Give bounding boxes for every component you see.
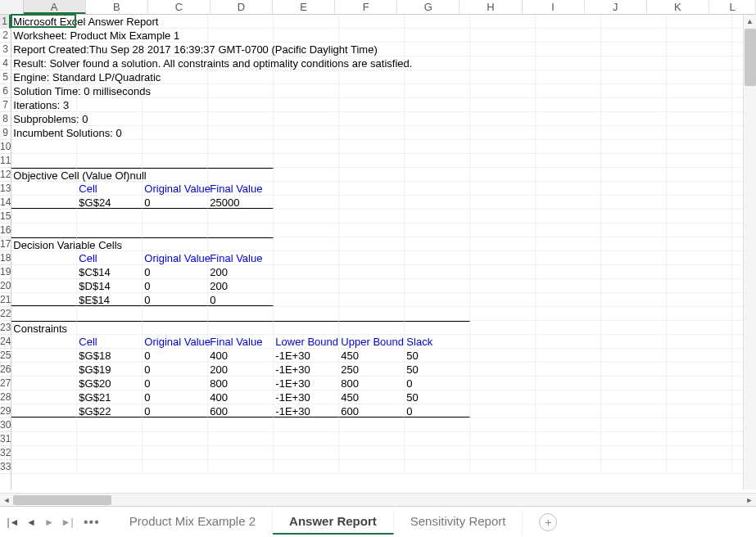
cell[interactable]	[470, 404, 536, 417]
cell[interactable]	[536, 154, 601, 167]
cell[interactable]	[339, 154, 405, 167]
cell[interactable]	[601, 29, 667, 42]
cell[interactable]	[405, 84, 470, 97]
cell[interactable]	[601, 84, 667, 97]
cell[interactable]: -1E+30	[274, 404, 339, 417]
cell[interactable]	[536, 29, 601, 42]
cell[interactable]	[208, 29, 274, 42]
cell[interactable]	[667, 126, 732, 139]
cell[interactable]	[208, 154, 274, 167]
cell[interactable]	[405, 126, 470, 139]
row-header-30[interactable]: 30	[0, 418, 11, 432]
cell[interactable]	[339, 251, 405, 264]
cell[interactable]	[470, 265, 536, 278]
cell[interactable]	[470, 377, 536, 390]
cell[interactable]	[405, 168, 470, 181]
cell[interactable]	[208, 223, 274, 237]
cell[interactable]	[208, 210, 274, 223]
row-header-16[interactable]: 16	[0, 223, 11, 237]
row-header-29[interactable]: 29	[0, 404, 11, 418]
cell[interactable]	[143, 432, 208, 445]
cell[interactable]: Worksheet: Product Mix Example 1	[11, 29, 77, 42]
cell[interactable]	[339, 279, 405, 292]
cell[interactable]	[667, 335, 732, 348]
cell[interactable]	[208, 98, 274, 111]
cell[interactable]: 200	[208, 363, 274, 376]
row-header-14[interactable]: 14	[0, 196, 11, 210]
cell[interactable]: $G$18	[77, 349, 143, 362]
cell[interactable]	[601, 182, 667, 195]
tab-first-icon[interactable]: |◄	[7, 517, 20, 528]
cell[interactable]	[601, 279, 667, 292]
cell[interactable]: -1E+30	[274, 390, 339, 404]
cell[interactable]	[536, 70, 601, 83]
row-header-23[interactable]: 23	[0, 321, 11, 335]
col-header-A[interactable]: A	[24, 0, 86, 14]
cell[interactable]: 0	[143, 404, 208, 417]
cell[interactable]: $G$19	[77, 363, 143, 376]
cell[interactable]	[274, 168, 339, 181]
cell[interactable]	[11, 335, 77, 348]
cell[interactable]	[339, 293, 405, 306]
cell[interactable]	[470, 293, 536, 306]
cell[interactable]	[11, 196, 77, 209]
cell[interactable]: 600	[339, 404, 405, 417]
cell[interactable]	[274, 126, 339, 139]
cell[interactable]	[536, 418, 601, 431]
cell[interactable]	[274, 112, 339, 125]
cell[interactable]	[77, 210, 143, 223]
cell[interactable]: 0	[143, 265, 208, 278]
cell[interactable]	[470, 363, 536, 376]
col-header-L[interactable]: L	[709, 0, 756, 14]
cell[interactable]	[339, 112, 405, 125]
row-header-33[interactable]: 33	[0, 460, 11, 474]
cell[interactable]: Solution Time: 0 milliseconds	[11, 84, 77, 97]
row-header-20[interactable]: 20	[0, 279, 11, 293]
cell[interactable]	[405, 29, 470, 42]
cell[interactable]	[208, 446, 274, 459]
cell[interactable]	[601, 293, 667, 306]
cell[interactable]	[208, 140, 274, 153]
cell[interactable]	[274, 418, 339, 431]
cell[interactable]: 0	[143, 293, 208, 306]
cell[interactable]: 0	[405, 404, 470, 417]
cell[interactable]	[470, 182, 536, 195]
cell[interactable]: Lower Bound	[274, 335, 339, 348]
cell[interactable]	[667, 390, 732, 404]
cell[interactable]	[339, 196, 405, 209]
col-header-C[interactable]: C	[148, 0, 211, 14]
cell[interactable]: Upper Bound	[339, 335, 405, 348]
row-header-13[interactable]: 13	[0, 182, 11, 196]
cell[interactable]	[667, 70, 732, 83]
cell[interactable]	[667, 237, 732, 250]
cell[interactable]	[208, 432, 274, 445]
cell[interactable]	[601, 432, 667, 445]
cell[interactable]: $E$14	[77, 293, 143, 306]
cell[interactable]	[405, 70, 470, 83]
cell[interactable]	[339, 460, 405, 473]
cell[interactable]	[208, 70, 274, 83]
cell[interactable]	[405, 418, 470, 431]
cell[interactable]	[470, 15, 536, 28]
cell[interactable]	[667, 251, 732, 264]
cell[interactable]	[470, 307, 536, 320]
cell[interactable]: Iterations: 3	[11, 98, 77, 111]
row-header-2[interactable]: 2	[0, 29, 11, 43]
cell[interactable]	[405, 223, 470, 237]
cell[interactable]	[274, 223, 339, 237]
cell[interactable]	[536, 237, 601, 250]
vertical-scrollbar[interactable]: ▲	[743, 15, 756, 490]
cell[interactable]	[470, 418, 536, 431]
cell[interactable]: Slack	[405, 335, 470, 348]
cell[interactable]: 25000	[208, 196, 274, 209]
cell[interactable]	[274, 432, 339, 445]
cell[interactable]	[470, 196, 536, 209]
cell[interactable]	[339, 418, 405, 431]
cell[interactable]	[667, 293, 732, 306]
cell[interactable]	[601, 418, 667, 431]
cell[interactable]	[77, 460, 143, 473]
cell[interactable]	[667, 404, 732, 417]
cell[interactable]	[470, 237, 536, 250]
cell[interactable]: Cell	[77, 182, 143, 195]
row-header-25[interactable]: 25	[0, 349, 11, 363]
